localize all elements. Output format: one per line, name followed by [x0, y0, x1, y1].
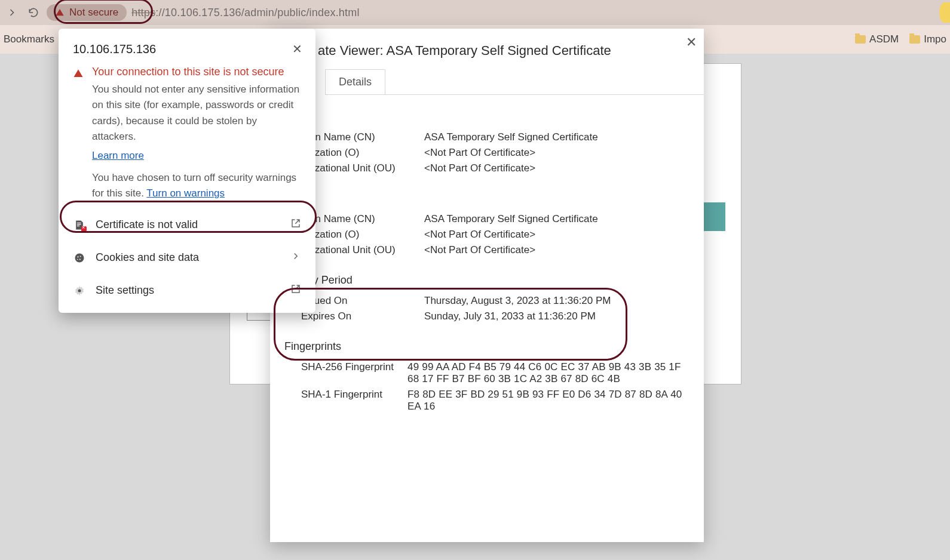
bookmark-asdm[interactable]: ASDM	[855, 33, 899, 45]
cookies-item[interactable]: Cookies and site data	[59, 241, 315, 274]
value-sha1: F8 8D EE 3F BD 29 51 9B 93 FF E0 D6 34 7…	[407, 389, 689, 413]
value-expires-on: Sunday, July 31, 2033 at 11:36:20 PM	[424, 310, 689, 322]
label-cn: mon Name (CN)	[301, 131, 421, 143]
address-bar: Not secure https://10.106.175.136/admin/…	[0, 0, 950, 25]
site-popup-close[interactable]: ✕	[292, 42, 302, 56]
svg-point-7	[77, 259, 78, 260]
cookie-icon	[73, 251, 86, 264]
section-validity: Validity Period	[284, 274, 689, 287]
url-display[interactable]: https://10.106.175.136/admin/public/inde…	[131, 7, 359, 19]
fingerprints-grid: SHA-256 Fingerprint 49 99 AA AD F4 B5 79…	[301, 361, 689, 413]
cert-tabs: Details	[325, 69, 704, 95]
value-to-ou: <Not Part Of Certificate>	[424, 162, 689, 174]
svg-rect-2	[77, 226, 79, 226]
forward-button[interactable]	[4, 4, 20, 21]
value-to-o: <Not Part Of Certificate>	[424, 147, 689, 159]
svg-rect-0	[77, 223, 81, 223]
url-rest: ://10.106.175.136/admin/public/index.htm…	[155, 7, 359, 19]
site-settings-item[interactable]: Site settings	[59, 274, 315, 307]
value-sha256: 49 99 AA AD F4 B5 79 44 C6 0C EC 37 AB 9…	[407, 361, 689, 385]
arrow-right-icon	[6, 7, 18, 19]
cert-title: ate Viewer: ASA Temporary Self Signed Ce…	[270, 29, 704, 69]
invalid-badge-icon	[81, 226, 87, 232]
issued-by-grid: mon Name (CN) ASA Temporary Self Signed …	[301, 213, 689, 256]
svg-point-5	[80, 256, 81, 257]
learn-more-link[interactable]: Learn more	[92, 150, 144, 161]
bookmarks-label[interactable]: Bookmarks	[4, 33, 54, 45]
gear-icon	[73, 284, 86, 297]
warn-text: You should not enter any sensitive infor…	[92, 82, 301, 144]
svg-point-4	[77, 256, 78, 257]
open-external-icon	[290, 218, 301, 232]
url-scheme: https	[131, 7, 155, 19]
certificate-invalid-item[interactable]: Certificate is not valid	[59, 208, 315, 241]
label-cn: mon Name (CN)	[301, 213, 421, 225]
section-issued-by: By	[284, 192, 689, 205]
warning-triangle-icon	[73, 68, 84, 79]
label-sha256: SHA-256 Fingerprint	[301, 361, 404, 385]
site-host: 10.106.175.136	[73, 42, 156, 56]
tab-details[interactable]: Details	[325, 69, 385, 94]
label-expires-on: Expires On	[301, 310, 421, 322]
label-o: anization (O)	[301, 147, 421, 159]
background-button-partial	[703, 202, 725, 231]
turn-on-warnings-link[interactable]: Turn on warnings	[146, 187, 225, 199]
cookies-label: Cookies and site data	[96, 251, 199, 264]
not-secure-label: Not secure	[69, 7, 118, 19]
svg-point-3	[75, 253, 84, 262]
folder-icon	[855, 35, 866, 44]
issued-to-grid: mon Name (CN) ASA Temporary Self Signed …	[301, 131, 689, 174]
cert-invalid-label: Certificate is not valid	[96, 219, 198, 231]
label-sha1: SHA-1 Fingerprint	[301, 389, 404, 413]
warn-title: Your connection to this site is not secu…	[92, 66, 284, 78]
profile-chip-partial[interactable]	[939, 2, 950, 23]
value-by-cn: ASA Temporary Self Signed Certificate	[424, 213, 689, 225]
value-by-ou: <Not Part Of Certificate>	[424, 244, 689, 256]
bookmark-import[interactable]: Impo	[909, 33, 946, 45]
section-fingerprints: Fingerprints	[284, 340, 689, 353]
security-indicator[interactable]: Not secure	[47, 4, 127, 21]
label-o: anization (O)	[301, 229, 421, 241]
warning-triangle-icon	[55, 8, 65, 17]
chevron-right-icon	[290, 251, 301, 264]
certificate-icon	[73, 219, 86, 232]
svg-rect-1	[77, 224, 81, 224]
folder-icon	[909, 35, 920, 44]
addr-right-blank	[795, 0, 950, 25]
value-issued-on: Thursday, August 3, 2023 at 11:36:20 PM	[424, 295, 689, 307]
site-info-popup: 10.106.175.136 ✕ Your connection to this…	[59, 29, 315, 313]
site-settings-label: Site settings	[96, 284, 154, 297]
value-to-cn: ASA Temporary Self Signed Certificate	[424, 131, 689, 143]
cert-close-button[interactable]: ✕	[686, 35, 697, 50]
label-issued-on: Issued On	[301, 295, 421, 307]
certificate-viewer-modal: ✕ ate Viewer: ASA Temporary Self Signed …	[270, 29, 704, 542]
value-by-o: <Not Part Of Certificate>	[424, 229, 689, 241]
svg-point-6	[79, 259, 81, 260]
reload-icon	[27, 7, 39, 19]
label-ou: anizational Unit (OU)	[301, 244, 421, 256]
reload-button[interactable]	[25, 4, 42, 21]
label-ou: anizational Unit (OU)	[301, 162, 421, 174]
open-external-icon	[290, 284, 301, 297]
section-issued-to: To	[284, 110, 689, 123]
validity-grid: Issued On Thursday, August 3, 2023 at 11…	[301, 295, 689, 322]
